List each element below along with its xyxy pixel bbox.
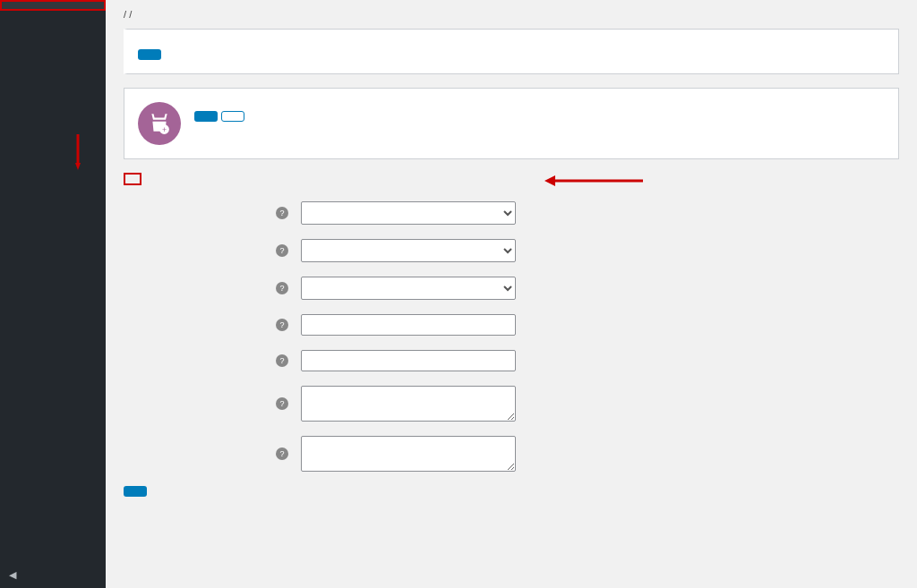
svg-marker-1 — [75, 163, 81, 170]
annotation-arrow-left — [544, 174, 643, 188]
remove-notes-select[interactable] — [301, 277, 516, 300]
bag-icon: + — [138, 102, 181, 145]
help-icon[interactable]: ? — [276, 397, 288, 410]
help-icon[interactable]: ? — [276, 207, 288, 219]
save-button[interactable] — [124, 486, 147, 497]
help-icon[interactable]: ? — [276, 244, 288, 257]
woocommerce-submenu — [0, 0, 106, 11]
checkout-subtabs — [124, 173, 141, 185]
svg-text:+: + — [162, 125, 167, 134]
main-content: / / + — [106, 0, 917, 588]
help-icon[interactable]: ? — [276, 282, 288, 294]
help-icon[interactable]: ? — [276, 447, 288, 460]
notes-label-input[interactable] — [301, 314, 516, 336]
msg-after-textarea[interactable] — [301, 436, 516, 472]
panel-settings-button[interactable] — [194, 111, 218, 122]
panel-docs-button[interactable] — [221, 111, 244, 122]
annotation-arrow-down — [75, 134, 81, 170]
svg-marker-5 — [544, 175, 555, 186]
thanks-button[interactable] — [138, 49, 161, 60]
update-notice — [124, 29, 899, 74]
collapse-menu[interactable]: ◀ — [0, 562, 106, 588]
admin-sidebar: ◀ — [0, 0, 106, 588]
help-icon[interactable]: ? — [276, 319, 288, 331]
msg-before-textarea[interactable] — [301, 386, 516, 422]
breadcrumb: / / — [106, 0, 917, 29]
help-icon[interactable]: ? — [276, 354, 288, 367]
notes-placeholder-input[interactable] — [301, 350, 516, 371]
force-shipping-select[interactable] — [301, 201, 516, 225]
update-panel: + — [124, 88, 899, 159]
force-account-select[interactable] — [301, 239, 516, 262]
collapse-icon: ◀ — [9, 569, 16, 581]
